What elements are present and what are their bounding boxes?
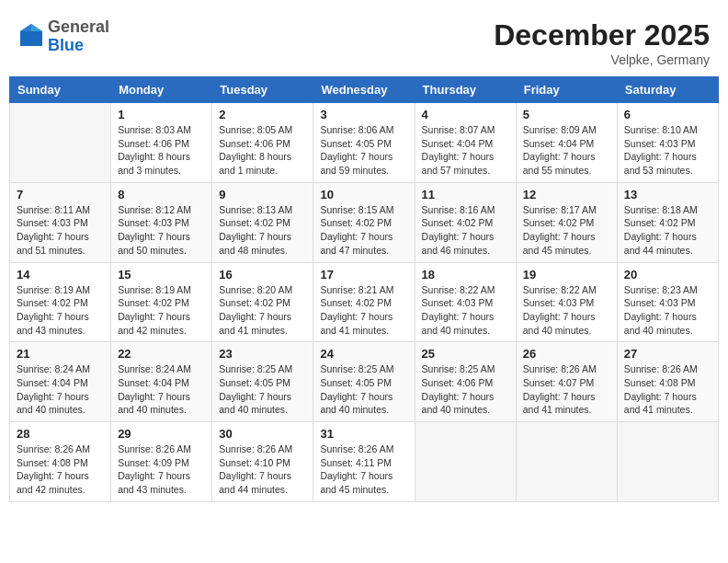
weekday-header-row: SundayMondayTuesdayWednesdayThursdayFrid…: [10, 77, 719, 103]
day-cell: 27Sunrise: 8:26 AMSunset: 4:08 PMDayligh…: [617, 342, 718, 422]
day-cell: 5Sunrise: 8:09 AMSunset: 4:04 PMDaylight…: [516, 103, 617, 183]
logo-text: General Blue: [48, 18, 109, 55]
day-cell: 22Sunrise: 8:24 AMSunset: 4:04 PMDayligh…: [111, 342, 212, 422]
day-info: Sunrise: 8:19 AMSunset: 4:02 PMDaylight:…: [118, 283, 205, 338]
day-info: Sunrise: 8:26 AMSunset: 4:10 PMDaylight:…: [219, 442, 306, 497]
day-number: 10: [320, 188, 407, 201]
day-cell: 26Sunrise: 8:26 AMSunset: 4:07 PMDayligh…: [516, 342, 617, 422]
day-number: 31: [320, 427, 407, 441]
day-info: Sunrise: 8:25 AMSunset: 4:05 PMDaylight:…: [320, 362, 407, 417]
day-number: 3: [320, 108, 407, 121]
day-number: 17: [320, 268, 407, 282]
day-cell: 1Sunrise: 8:03 AMSunset: 4:06 PMDaylight…: [111, 103, 212, 183]
day-number: 28: [17, 427, 104, 441]
day-cell: [617, 422, 718, 502]
day-cell: 2Sunrise: 8:05 AMSunset: 4:06 PMDaylight…: [212, 103, 313, 183]
day-number: 13: [624, 188, 711, 201]
logo-blue: Blue: [48, 37, 109, 55]
day-info: Sunrise: 8:24 AMSunset: 4:04 PMDaylight:…: [17, 362, 104, 417]
day-cell: [516, 422, 617, 502]
weekday-header-monday: Monday: [111, 77, 212, 103]
logo-general: General: [48, 18, 109, 37]
day-cell: 12Sunrise: 8:17 AMSunset: 4:02 PMDayligh…: [516, 182, 617, 262]
day-cell: 7Sunrise: 8:11 AMSunset: 4:03 PMDaylight…: [10, 182, 111, 262]
weekday-header-wednesday: Wednesday: [313, 77, 415, 103]
day-cell: 11Sunrise: 8:16 AMSunset: 4:02 PMDayligh…: [415, 182, 516, 262]
day-info: Sunrise: 8:03 AMSunset: 4:06 PMDaylight:…: [118, 123, 205, 178]
day-cell: 14Sunrise: 8:19 AMSunset: 4:02 PMDayligh…: [10, 262, 111, 342]
day-info: Sunrise: 8:13 AMSunset: 4:02 PMDaylight:…: [219, 203, 306, 258]
day-cell: 17Sunrise: 8:21 AMSunset: 4:02 PMDayligh…: [313, 262, 415, 342]
day-number: 30: [219, 427, 306, 441]
week-row-2: 7Sunrise: 8:11 AMSunset: 4:03 PMDaylight…: [10, 182, 719, 262]
weekday-header-friday: Friday: [516, 77, 617, 103]
day-info: Sunrise: 8:26 AMSunset: 4:07 PMDaylight:…: [523, 362, 610, 417]
day-number: 9: [219, 188, 306, 201]
day-cell: 25Sunrise: 8:25 AMSunset: 4:06 PMDayligh…: [415, 342, 516, 422]
svg-marker-2: [20, 24, 31, 31]
day-info: Sunrise: 8:24 AMSunset: 4:04 PMDaylight:…: [118, 362, 205, 417]
day-cell: 8Sunrise: 8:12 AMSunset: 4:03 PMDaylight…: [111, 182, 212, 262]
day-number: 18: [422, 268, 509, 282]
day-number: 6: [624, 108, 711, 121]
day-cell: 29Sunrise: 8:26 AMSunset: 4:09 PMDayligh…: [111, 422, 212, 502]
day-cell: 20Sunrise: 8:23 AMSunset: 4:03 PMDayligh…: [617, 262, 718, 342]
day-number: 4: [422, 108, 509, 121]
day-cell: 28Sunrise: 8:26 AMSunset: 4:08 PMDayligh…: [10, 422, 111, 502]
day-info: Sunrise: 8:16 AMSunset: 4:02 PMDaylight:…: [422, 203, 509, 258]
weekday-header-tuesday: Tuesday: [212, 77, 313, 103]
week-row-5: 28Sunrise: 8:26 AMSunset: 4:08 PMDayligh…: [10, 422, 719, 502]
day-info: Sunrise: 8:26 AMSunset: 4:09 PMDaylight:…: [118, 442, 205, 497]
day-cell: 23Sunrise: 8:25 AMSunset: 4:05 PMDayligh…: [212, 342, 313, 422]
day-info: Sunrise: 8:25 AMSunset: 4:06 PMDaylight:…: [422, 362, 509, 417]
day-number: 11: [422, 188, 509, 201]
day-info: Sunrise: 8:09 AMSunset: 4:04 PMDaylight:…: [523, 123, 610, 178]
day-number: 15: [118, 268, 205, 282]
day-info: Sunrise: 8:07 AMSunset: 4:04 PMDaylight:…: [422, 123, 509, 178]
day-cell: 4Sunrise: 8:07 AMSunset: 4:04 PMDaylight…: [415, 103, 516, 183]
day-info: Sunrise: 8:26 AMSunset: 4:08 PMDaylight:…: [624, 362, 711, 417]
day-number: 14: [17, 268, 104, 282]
day-info: Sunrise: 8:21 AMSunset: 4:02 PMDaylight:…: [320, 283, 407, 338]
day-info: Sunrise: 8:23 AMSunset: 4:03 PMDaylight:…: [624, 283, 711, 338]
day-cell: 21Sunrise: 8:24 AMSunset: 4:04 PMDayligh…: [10, 342, 111, 422]
weekday-header-thursday: Thursday: [415, 77, 516, 103]
day-info: Sunrise: 8:11 AMSunset: 4:03 PMDaylight:…: [17, 203, 104, 258]
page-header: General Blue December 2025 Velpke, Germa…: [9, 9, 719, 72]
day-cell: 18Sunrise: 8:22 AMSunset: 4:03 PMDayligh…: [415, 262, 516, 342]
day-info: Sunrise: 8:20 AMSunset: 4:02 PMDaylight:…: [219, 283, 306, 338]
month-title: December 2025: [494, 18, 710, 52]
day-cell: 10Sunrise: 8:15 AMSunset: 4:02 PMDayligh…: [313, 182, 415, 262]
day-info: Sunrise: 8:26 AMSunset: 4:11 PMDaylight:…: [320, 442, 407, 497]
title-block: December 2025 Velpke, Germany: [494, 18, 710, 67]
day-number: 24: [320, 347, 407, 361]
day-number: 20: [624, 268, 711, 282]
day-cell: 9Sunrise: 8:13 AMSunset: 4:02 PMDaylight…: [212, 182, 313, 262]
day-info: Sunrise: 8:17 AMSunset: 4:02 PMDaylight:…: [523, 203, 610, 258]
day-info: Sunrise: 8:22 AMSunset: 4:03 PMDaylight:…: [422, 283, 509, 338]
day-number: 1: [118, 108, 205, 121]
day-info: Sunrise: 8:22 AMSunset: 4:03 PMDaylight:…: [523, 283, 610, 338]
day-cell: 30Sunrise: 8:26 AMSunset: 4:10 PMDayligh…: [212, 422, 313, 502]
day-cell: 19Sunrise: 8:22 AMSunset: 4:03 PMDayligh…: [516, 262, 617, 342]
day-number: 7: [17, 188, 104, 201]
day-cell: [415, 422, 516, 502]
logo-icon: [18, 22, 44, 48]
day-cell: 6Sunrise: 8:10 AMSunset: 4:03 PMDaylight…: [617, 103, 718, 183]
day-info: Sunrise: 8:05 AMSunset: 4:06 PMDaylight:…: [219, 123, 306, 178]
day-number: 8: [118, 188, 205, 201]
day-info: Sunrise: 8:06 AMSunset: 4:05 PMDaylight:…: [320, 123, 407, 178]
day-number: 27: [624, 347, 711, 361]
day-cell: 24Sunrise: 8:25 AMSunset: 4:05 PMDayligh…: [313, 342, 415, 422]
day-number: 19: [523, 268, 610, 282]
week-row-1: 1Sunrise: 8:03 AMSunset: 4:06 PMDaylight…: [10, 103, 719, 183]
logo: General Blue: [18, 18, 109, 55]
day-cell: 15Sunrise: 8:19 AMSunset: 4:02 PMDayligh…: [111, 262, 212, 342]
weekday-header-saturday: Saturday: [617, 77, 718, 103]
day-number: 21: [17, 347, 104, 361]
day-number: 29: [118, 427, 205, 441]
day-info: Sunrise: 8:25 AMSunset: 4:05 PMDaylight:…: [219, 362, 306, 417]
day-number: 2: [219, 108, 306, 121]
calendar-table: SundayMondayTuesdayWednesdayThursdayFrid…: [9, 76, 719, 502]
day-cell: 16Sunrise: 8:20 AMSunset: 4:02 PMDayligh…: [212, 262, 313, 342]
